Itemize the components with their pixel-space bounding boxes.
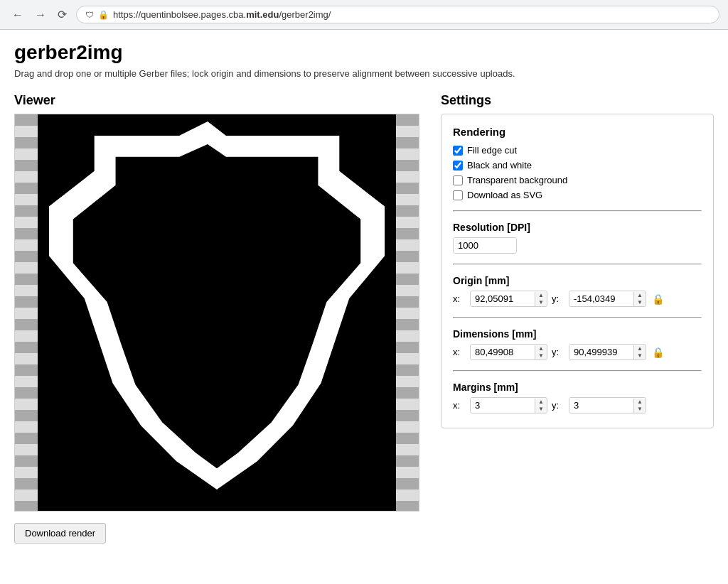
origin-x-label: x: — [453, 293, 466, 304]
margins-x-label: x: — [453, 400, 466, 411]
origin-y-wrapper: ▲ ▼ — [569, 291, 646, 307]
viewer-section: Viewer Download render — [14, 93, 419, 544]
dimensions-x-increment[interactable]: ▲ — [535, 345, 547, 352]
reload-button[interactable]: ⟳ — [54, 6, 70, 23]
settings-box: Rendering Fill edge cut Black and white … — [441, 114, 714, 428]
dimensions-row: x: ▲ ▼ y: ▲ ▼ — [453, 344, 702, 360]
settings-section: Settings Rendering Fill edge cut Black a… — [441, 93, 714, 428]
margins-y-decrement[interactable]: ▼ — [634, 406, 646, 413]
dimensions-lock-icon[interactable]: 🔒 — [652, 347, 664, 358]
page-subtitle: Drag and drop one or multiple Gerber fil… — [14, 68, 714, 79]
black-and-white-label[interactable]: Black and white — [467, 160, 532, 171]
margins-y-increment[interactable]: ▲ — [634, 399, 646, 406]
page-title: gerber2img — [14, 41, 714, 64]
page-content: gerber2img Drag and drop one or multiple… — [0, 30, 728, 555]
main-layout: Viewer Download render — [14, 93, 714, 544]
origin-x-decrement[interactable]: ▼ — [535, 299, 547, 306]
margins-x-decrement[interactable]: ▼ — [535, 406, 547, 413]
black-and-white-checkbox[interactable] — [453, 161, 463, 171]
black-white-row: Black and white — [453, 160, 702, 171]
dimensions-y-input[interactable] — [569, 345, 633, 359]
origin-row: x: ▲ ▼ y: ▲ ▼ — [453, 291, 702, 307]
url-suffix: /gerber2img/ — [279, 9, 331, 20]
divider-2 — [453, 264, 702, 265]
margins-x-spinner: ▲ ▼ — [535, 399, 547, 413]
margins-row: x: ▲ ▼ y: ▲ ▼ — [453, 397, 702, 413]
dimensions-y-decrement[interactable]: ▼ — [634, 352, 646, 359]
dimensions-x-spinner: ▲ ▼ — [535, 345, 547, 359]
url-text: https://quentinbolsee.pages.cba.mit.edu/… — [113, 9, 710, 20]
transparent-bg-row: Transparent background — [453, 175, 702, 185]
origin-lock-icon[interactable]: 🔒 — [652, 293, 664, 305]
download-render-button[interactable]: Download render — [14, 523, 106, 544]
dimensions-x-decrement[interactable]: ▼ — [535, 352, 547, 359]
shield-icon: 🛡 — [85, 10, 94, 20]
url-prefix: https://quentinbolsee.pages.cba. — [113, 9, 246, 20]
dimensions-y-wrapper: ▲ ▼ — [569, 344, 646, 360]
dimensions-x-label: x: — [453, 347, 466, 357]
margins-y-wrapper: ▲ ▼ — [569, 397, 646, 413]
margins-x-input[interactable] — [471, 398, 535, 413]
margins-label: Margins [mm] — [453, 382, 702, 393]
rendering-title: Rendering — [453, 126, 702, 138]
origin-y-increment[interactable]: ▲ — [634, 292, 646, 299]
dimensions-y-increment[interactable]: ▲ — [634, 345, 646, 352]
nav-buttons: ← → ⟳ — [9, 6, 70, 23]
settings-title: Settings — [441, 93, 714, 108]
divider-1 — [453, 210, 702, 212]
margins-y-label: y: — [552, 400, 564, 411]
origin-y-decrement[interactable]: ▼ — [634, 299, 646, 306]
fill-edge-cut-checkbox[interactable] — [453, 146, 463, 156]
dimensions-x-wrapper: ▲ ▼ — [470, 344, 547, 360]
origin-x-input[interactable] — [471, 291, 535, 306]
fill-edge-cut-label[interactable]: Fill edge cut — [467, 145, 517, 156]
margins-y-spinner: ▲ ▼ — [633, 399, 646, 413]
download-as-svg-label[interactable]: Download as SVG — [467, 190, 542, 200]
resolution-row: ▲ ▼ — [453, 237, 702, 254]
viewer-container — [14, 114, 419, 512]
transparent-background-label[interactable]: Transparent background — [467, 175, 567, 185]
origin-x-wrapper: ▲ ▼ — [470, 291, 547, 307]
origin-x-increment[interactable]: ▲ — [535, 292, 547, 299]
viewer-canvas — [38, 114, 396, 511]
margins-x-increment[interactable]: ▲ — [535, 399, 547, 406]
lock-icon: 🔒 — [98, 10, 109, 20]
transparent-background-checkbox[interactable] — [453, 175, 463, 185]
margins-x-wrapper: ▲ ▼ — [470, 397, 547, 413]
url-bold: mit.edu — [246, 9, 279, 20]
origin-y-spinner: ▲ ▼ — [633, 292, 646, 306]
divider-4 — [453, 370, 702, 372]
checker-right — [396, 114, 419, 511]
back-button[interactable]: ← — [9, 7, 27, 23]
pcb-svg — [38, 114, 396, 511]
resolution-label: Resolution [DPI] — [453, 222, 702, 233]
divider-3 — [453, 317, 702, 318]
fill-edge-cut-row: Fill edge cut — [453, 145, 702, 156]
download-svg-row: Download as SVG — [453, 190, 702, 200]
resolution-input[interactable] — [454, 238, 517, 253]
dimensions-y-spinner: ▲ ▼ — [633, 345, 646, 359]
address-bar[interactable]: 🛡 🔒 https://quentinbolsee.pages.cba.mit.… — [76, 6, 719, 23]
origin-y-input[interactable] — [569, 291, 633, 306]
download-as-svg-checkbox[interactable] — [453, 190, 463, 200]
browser-chrome: ← → ⟳ 🛡 🔒 https://quentinbolsee.pages.cb… — [0, 0, 728, 30]
checker-left — [15, 114, 38, 511]
origin-label: Origin [mm] — [453, 275, 702, 286]
dimensions-label: Dimensions [mm] — [453, 328, 702, 340]
origin-x-spinner: ▲ ▼ — [535, 292, 547, 306]
viewer-title: Viewer — [14, 93, 419, 108]
origin-y-label: y: — [552, 293, 564, 304]
resolution-input-wrapper: ▲ ▼ — [453, 237, 517, 254]
dimensions-x-input[interactable] — [471, 345, 535, 359]
forward-button[interactable]: → — [31, 7, 50, 23]
margins-y-input[interactable] — [569, 398, 633, 413]
dimensions-y-label: y: — [552, 347, 564, 357]
